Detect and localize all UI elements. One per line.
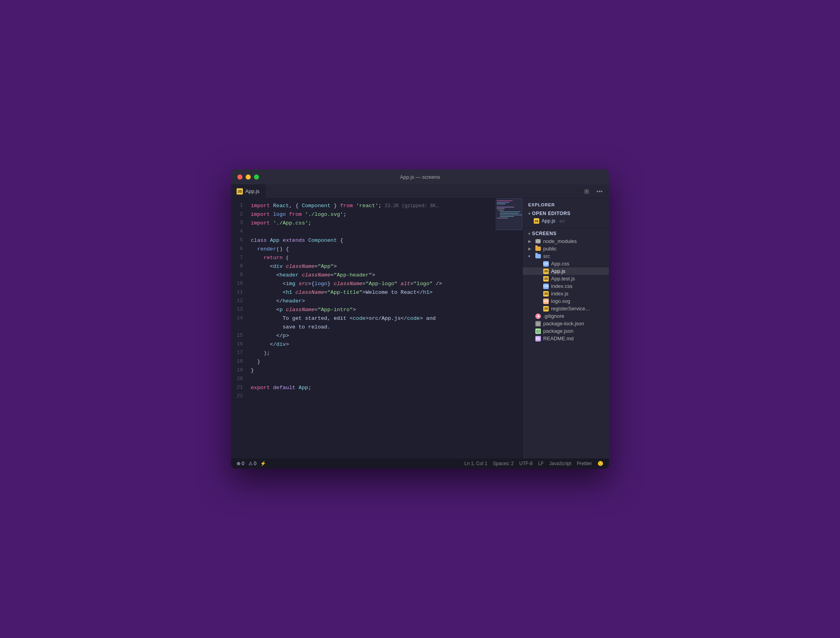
- tab-toolbar: ⊞ •••: [578, 184, 609, 198]
- code-editor[interactable]: 1 import React, { Component } from 'reac…: [231, 198, 522, 458]
- open-editors-label: OPEN EDITORS: [532, 211, 571, 216]
- js-icon: JS: [542, 269, 550, 274]
- sidebar-item-readme[interactable]: ▶ MD README.md: [523, 335, 609, 342]
- svg-icon: SVG: [542, 299, 550, 304]
- js-icon: JS: [542, 306, 550, 312]
- table-row: 7 return (: [231, 254, 522, 262]
- lightning-icon[interactable]: ⚡: [260, 461, 266, 466]
- css-icon: CSS: [542, 261, 550, 267]
- cursor-position[interactable]: Ln 1, Col 1: [464, 461, 487, 466]
- sidebar-item-node-modules[interactable]: ▶ node_modules: [523, 237, 609, 245]
- svg-point-12: [538, 241, 539, 242]
- sidebar-item-indexcss[interactable]: ▶ CSS index.css: [523, 282, 609, 290]
- language-mode[interactable]: JavaScript: [549, 461, 571, 466]
- screens-header[interactable]: ▾ SCREENS: [523, 230, 609, 237]
- table-row: 22: [231, 392, 522, 401]
- chevron-right-icon: ▶: [528, 247, 535, 251]
- line-endings[interactable]: LF: [538, 461, 544, 466]
- table-row: 12 </header>: [231, 297, 522, 306]
- tree-item-label: src: [543, 253, 550, 259]
- js-icon: JS: [237, 188, 243, 195]
- sidebar: EXPLORER ▾ OPEN EDITORS JS App.js src ▾ …: [522, 198, 609, 458]
- css-icon: CSS: [542, 284, 550, 289]
- md-icon: MD: [535, 336, 542, 341]
- window-title: App.js — screens: [400, 174, 440, 180]
- status-bar: ⊗ 0 ⚠ 0 ⚡ Ln 1, Col 1 Spaces: 2 UTF-8 LF…: [231, 458, 609, 469]
- tree-item-label: index.css: [551, 283, 572, 289]
- maximize-button[interactable]: [254, 174, 259, 180]
- sidebar-item-public[interactable]: ▶ public: [523, 245, 609, 252]
- app-window: App.js — screens JS App.js ⊞ ••• 1 impor…: [231, 169, 609, 469]
- sidebar-item-appcss[interactable]: ▶ CSS App.css: [523, 260, 609, 267]
- tree-item-label: node_modules: [543, 238, 577, 244]
- table-row: 14 To get started, edit <code>src/App.js…: [231, 314, 522, 323]
- js-icon: JS: [542, 276, 550, 282]
- close-button[interactable]: [237, 174, 242, 180]
- sidebar-item-apptestjs[interactable]: ▶ JS App.test.js: [523, 275, 609, 282]
- tree-item-label: public: [543, 246, 557, 252]
- sidebar-item-register[interactable]: ▶ JS registerService…: [523, 305, 609, 312]
- tree-item-label: logo.svg: [551, 298, 570, 304]
- sidebar-item-gitignore[interactable]: ▶ ◆ .gitignore: [523, 312, 609, 320]
- encoding[interactable]: UTF-8: [519, 461, 533, 466]
- open-editors-section: ▾ OPEN EDITORS JS App.js src: [523, 210, 609, 226]
- traffic-lights: [237, 174, 259, 180]
- more-actions-button[interactable]: •••: [595, 187, 604, 195]
- table-row: 20: [231, 375, 522, 384]
- status-right: Ln 1, Col 1 Spaces: 2 UTF-8 LF JavaScrip…: [464, 461, 603, 466]
- indentation[interactable]: Spaces: 2: [493, 461, 514, 466]
- sidebar-item-src[interactable]: ▾ src: [523, 252, 609, 260]
- chevron-down-icon: ▾: [528, 254, 535, 258]
- chevron-down-icon: ▾: [528, 232, 531, 236]
- open-editors-header[interactable]: ▾ OPEN EDITORS: [523, 210, 609, 217]
- tree-item-label: App.test.js: [551, 276, 575, 282]
- tab-bar: JS App.js ⊞ •••: [231, 184, 609, 198]
- table-row: 15 </p>: [231, 332, 522, 340]
- sidebar-item-indexjs[interactable]: ▶ JS index.js: [523, 290, 609, 297]
- title-bar: App.js — screens: [231, 169, 609, 184]
- minimize-button[interactable]: [246, 174, 251, 180]
- table-row: 18 }: [231, 358, 522, 366]
- sidebar-item-appjs[interactable]: ▶ JS App.js: [523, 267, 609, 275]
- table-row: 19 }: [231, 366, 522, 375]
- tree-item-label: index.js: [551, 291, 568, 297]
- tab-label: App.js: [245, 188, 259, 194]
- error-icon: ⊗: [237, 461, 241, 466]
- table-row: 21 export default App;: [231, 384, 522, 392]
- formatter[interactable]: Prettier: [577, 461, 592, 466]
- sidebar-item-packagejson[interactable]: ▶ { } package.json: [523, 327, 609, 335]
- git-icon: ◆: [535, 313, 542, 319]
- tree-item-label: registerService…: [551, 306, 590, 312]
- tree-item-label: package.json: [543, 328, 574, 334]
- chevron-down-icon: ▾: [528, 211, 531, 216]
- table-row: 9 <header className="App-header">: [231, 271, 522, 280]
- table-row: 1 import React, { Component } from 'reac…: [231, 202, 522, 210]
- js-icon: JS: [542, 291, 550, 297]
- table-row: 8 <div className="App">: [231, 262, 522, 271]
- editor-area[interactable]: 1 import React, { Component } from 'reac…: [231, 198, 522, 458]
- json-icon: { }: [535, 321, 542, 326]
- js-icon: JS: [534, 218, 539, 224]
- table-row: 16 </div>: [231, 340, 522, 349]
- table-row: 10 <img src={logo} className="App-logo" …: [231, 280, 522, 288]
- tree-item-label: README.md: [543, 336, 574, 341]
- split-editor-button[interactable]: ⊞: [583, 187, 591, 196]
- error-count[interactable]: ⊗ 0: [237, 461, 244, 466]
- sidebar-item-logosvg[interactable]: ▶ SVG logo.svg: [523, 297, 609, 305]
- table-row: 5 class App extends Component {: [231, 236, 522, 245]
- sidebar-item-packagelock[interactable]: ▶ { } package-lock.json: [523, 320, 609, 327]
- emoji-icon[interactable]: 🙂: [598, 461, 603, 466]
- warning-count[interactable]: ⚠ 0: [248, 461, 257, 466]
- table-row: 2 import logo from './logo.svg';: [231, 210, 522, 219]
- chevron-right-icon: ▶: [528, 239, 535, 243]
- tree-item-label: package-lock.json: [543, 321, 584, 326]
- open-file-path: src: [559, 219, 565, 223]
- folder-icon: [535, 246, 542, 252]
- list-item[interactable]: JS App.js src: [523, 217, 609, 224]
- tab-appjs[interactable]: JS App.js: [231, 184, 265, 198]
- table-row: 11 <h1 className="App-title">Welcome to …: [231, 288, 522, 297]
- table-row: 3 import './App.css';: [231, 219, 522, 228]
- json-icon: { }: [535, 328, 542, 334]
- table-row: 6 render() {: [231, 245, 522, 254]
- folder-icon: [535, 239, 542, 244]
